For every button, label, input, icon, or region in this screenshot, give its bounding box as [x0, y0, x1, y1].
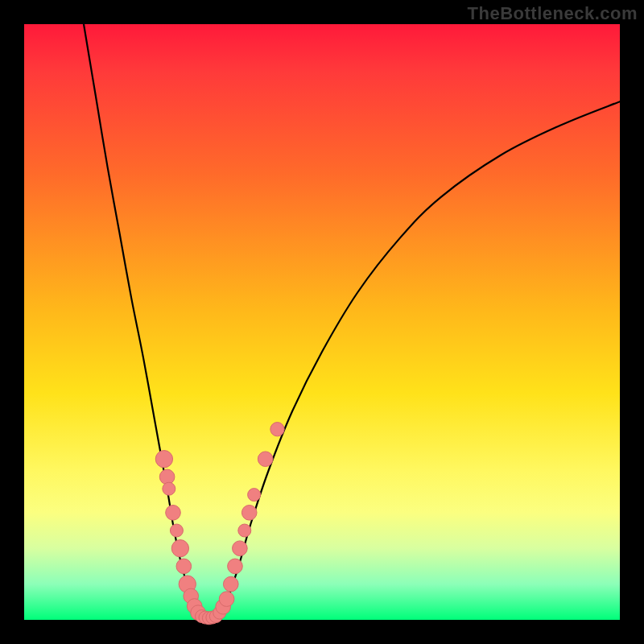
data-marker: [219, 592, 234, 607]
data-marker: [258, 452, 273, 467]
data-marker: [159, 469, 175, 485]
chart-svg: [24, 24, 620, 620]
data-marker: [171, 540, 188, 557]
data-marker: [242, 505, 257, 520]
markers-group: [155, 423, 284, 625]
chart-frame: TheBottleneck.com: [0, 0, 644, 644]
series-right-branch: [221, 101, 620, 617]
plot-area: [24, 24, 620, 620]
data-marker: [233, 541, 248, 556]
data-marker: [170, 524, 183, 537]
data-marker: [270, 423, 284, 436]
data-marker: [155, 451, 172, 468]
data-marker: [166, 505, 181, 520]
data-marker: [163, 482, 175, 495]
series-group: [84, 24, 620, 619]
data-marker: [223, 576, 238, 592]
data-marker: [238, 524, 251, 537]
data-marker: [248, 489, 261, 502]
data-marker: [176, 559, 192, 574]
brand-watermark: TheBottleneck.com: [468, 3, 638, 24]
data-marker: [228, 559, 243, 574]
